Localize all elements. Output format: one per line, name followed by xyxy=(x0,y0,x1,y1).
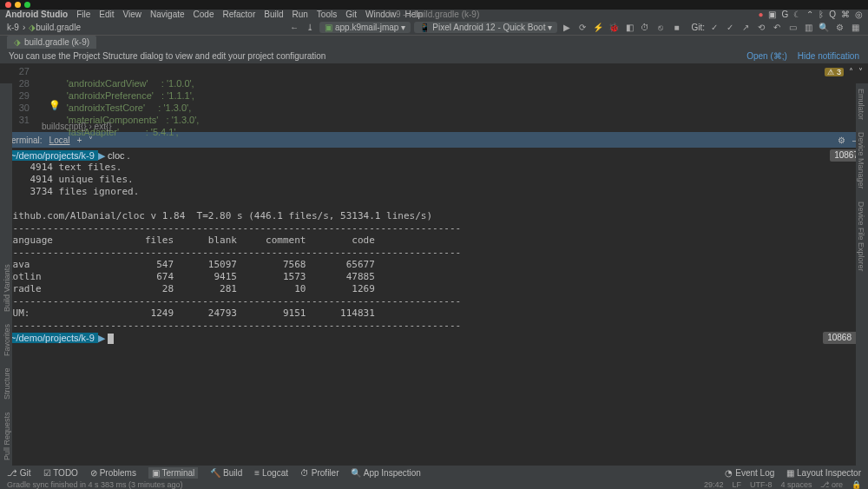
tool-terminal[interactable]: ▣ Terminal xyxy=(148,467,198,479)
right-tool-strip: Emulator Device Manager Device File Expl… xyxy=(856,83,868,466)
git-branch[interactable]: ⎇ ore xyxy=(820,480,843,489)
history-badge-2: 10868 xyxy=(823,332,856,344)
stop-icon[interactable]: ■ xyxy=(670,21,682,33)
tool-profiler[interactable]: ⏱ Profiler xyxy=(300,468,339,478)
debug-icon[interactable]: 🐞 xyxy=(608,21,620,33)
main-menubar: Android Studio File Edit View Navigate C… xyxy=(0,10,868,19)
maximize-window[interactable] xyxy=(24,2,30,8)
tool-layout-inspector[interactable]: ▦ Layout Inspector xyxy=(786,468,861,478)
terminal-body[interactable]: 10867 ~/demo/projects/k-9▶ cloc . 4914 t… xyxy=(0,148,868,441)
editor-tab-active[interactable]: ⬗ build.gradle (k-9) xyxy=(7,36,96,49)
caret-position[interactable]: 29:42 xyxy=(704,480,724,489)
banner-open-link[interactable]: Open (⌘;) xyxy=(746,51,787,61)
menu-view[interactable]: View xyxy=(123,10,142,19)
terminal-settings-icon[interactable]: ⚙ xyxy=(838,135,845,145)
app-name: Android Studio xyxy=(5,10,68,19)
menu-code[interactable]: Code xyxy=(194,10,214,19)
run-config-select[interactable]: ▣app.k9mail-jmap▾ xyxy=(319,22,411,33)
status-bar: Gradle sync finished in 4 s 383 ms (3 mi… xyxy=(0,479,868,489)
bt-icon[interactable]: ᛒ xyxy=(819,10,824,19)
chevron-down-icon[interactable]: ˅ xyxy=(858,67,863,76)
tool-todo[interactable]: ☑ TODO xyxy=(43,468,78,478)
menu-build[interactable]: Build xyxy=(264,10,283,19)
tool-structure[interactable]: Structure xyxy=(1,368,11,400)
left-tool-strip: Pull Requests Structure Favorites Build … xyxy=(0,83,12,466)
coverage-icon[interactable]: ◧ xyxy=(623,21,635,33)
avd-icon[interactable]: ▭ xyxy=(786,21,799,33)
vcs-push-icon[interactable]: ↗ xyxy=(740,21,752,33)
siri-icon[interactable]: ◎ xyxy=(855,10,863,19)
editor-breadcrumb[interactable]: buildscript{} › ext{} xyxy=(38,121,115,132)
code-area[interactable]: 'androidxCardView' : '1.0.0', 'androidxP… xyxy=(35,64,868,132)
tool-app-inspection[interactable]: 🔍 App Inspection xyxy=(351,468,420,478)
chrome-icon[interactable]: G xyxy=(781,10,788,19)
file-encoding[interactable]: UTF-8 xyxy=(750,480,773,489)
tool-favorites[interactable]: Favorites xyxy=(1,324,11,356)
tool-emulator[interactable]: Emulator xyxy=(857,89,867,120)
menu-edit[interactable]: Edit xyxy=(99,10,114,19)
bottom-tool-strip: ⎇ Git ☑ TODO ⊘ Problems ▣ Terminal 🔨 Bui… xyxy=(0,466,868,479)
profile-icon[interactable]: ⏱ xyxy=(639,21,651,33)
indent-setting[interactable]: 4 spaces xyxy=(780,480,812,489)
attach-debugger-icon[interactable]: ⎋ xyxy=(654,21,667,33)
control-center-icon[interactable]: ⌘ xyxy=(841,10,850,19)
vcs-commit-icon[interactable]: ✓ xyxy=(724,21,736,33)
prompt-path-2: ~/demo/projects/k-9 xyxy=(7,333,98,343)
sync-gradle-icon[interactable]: ⤓ xyxy=(304,21,316,33)
tool-device-file-explorer[interactable]: Device File Explorer xyxy=(857,202,867,272)
vcs-update-icon[interactable]: ✓ xyxy=(708,21,720,33)
moon-icon[interactable]: ☾ xyxy=(793,10,801,19)
settings-icon[interactable]: ⚙ xyxy=(833,21,845,33)
file-crumb[interactable]: build.gradle xyxy=(36,23,81,32)
menu-navigate[interactable]: Navigate xyxy=(150,10,184,19)
menu-run[interactable]: Run xyxy=(293,10,308,19)
tool-event-log[interactable]: ◔ Event Log xyxy=(725,468,774,478)
tool-git[interactable]: ⎇ Git xyxy=(7,468,31,478)
nav-bar: k-9 › ⬗ build.gradle ← ⤓ ▣app.k9mail-jma… xyxy=(0,19,868,35)
git-label: Git: xyxy=(691,23,705,32)
tool-pull-requests[interactable]: Pull Requests xyxy=(1,412,11,460)
wifi-icon[interactable]: ⌃ xyxy=(806,10,813,19)
menu-git[interactable]: Git xyxy=(345,10,357,19)
banner-hide-link[interactable]: Hide notification xyxy=(798,51,859,61)
search-icon[interactable]: Q xyxy=(829,10,836,19)
line-separator[interactable]: LF xyxy=(732,480,741,489)
tool-problems[interactable]: ⊘ Problems xyxy=(90,468,136,478)
sdk-icon[interactable]: ▥ xyxy=(802,21,814,33)
menu-help[interactable]: Help xyxy=(405,10,424,19)
menu-refactor[interactable]: Refactor xyxy=(222,10,255,19)
status-message: Gradle sync finished in 4 s 383 ms (3 mi… xyxy=(7,480,183,489)
search-everywhere-icon[interactable]: 🔍 xyxy=(818,21,830,33)
tool-logcat[interactable]: ≡ Logcat xyxy=(254,468,288,478)
editor-inspections[interactable]: ⚠ 3 ˄ ˅ xyxy=(825,67,863,76)
whatsnew-icon[interactable]: ▦ xyxy=(849,21,861,33)
lock-icon[interactable]: 🔒 xyxy=(852,480,861,489)
gradle-file-icon: ⬗ xyxy=(14,37,21,47)
revert-icon[interactable]: ↶ xyxy=(771,21,783,33)
editor-tabs: ⬗ build.gradle (k-9) xyxy=(0,35,868,49)
app-icon: ▣ xyxy=(768,10,776,19)
menu-window[interactable]: Window xyxy=(365,10,397,19)
warning-icon: ⚠ xyxy=(827,68,834,76)
intention-bulb-icon[interactable]: 💡 xyxy=(49,100,61,111)
apply-changes-icon[interactable]: ⟳ xyxy=(576,21,589,33)
back-icon[interactable]: ← xyxy=(288,21,300,33)
code-editor[interactable]: 2728293031 💡 'androidxCardView' : '1.0.0… xyxy=(0,64,868,132)
chevron-up-icon[interactable]: ˄ xyxy=(849,67,853,76)
config-banner: You can use the Project Structure dialog… xyxy=(0,49,868,64)
device-select[interactable]: 📱Pixel Android 12 - Quick Boot▾ xyxy=(414,22,557,33)
close-window[interactable] xyxy=(5,2,11,8)
run-icon[interactable]: ▶ xyxy=(561,21,573,33)
menu-file[interactable]: File xyxy=(76,10,90,19)
menu-tools[interactable]: Tools xyxy=(317,10,337,19)
project-crumb[interactable]: k-9 xyxy=(7,23,19,32)
apply-code-icon[interactable]: ⚡ xyxy=(592,21,604,33)
minimize-window[interactable] xyxy=(15,2,21,8)
vcs-history-icon[interactable]: ⟲ xyxy=(755,21,767,33)
tool-build[interactable]: 🔨 Build xyxy=(210,468,242,478)
tool-build-variants[interactable]: Build Variants xyxy=(1,264,11,312)
record-icon[interactable]: ● xyxy=(758,10,763,19)
tool-device-manager[interactable]: Device Manager xyxy=(857,132,867,189)
terminal-output-1: 4914 text files. 4914 unique files. 3734… xyxy=(7,162,861,222)
menubar-status-icons: ● ▣ G ☾ ⌃ ᛒ Q ⌘ ◎ xyxy=(758,10,863,19)
